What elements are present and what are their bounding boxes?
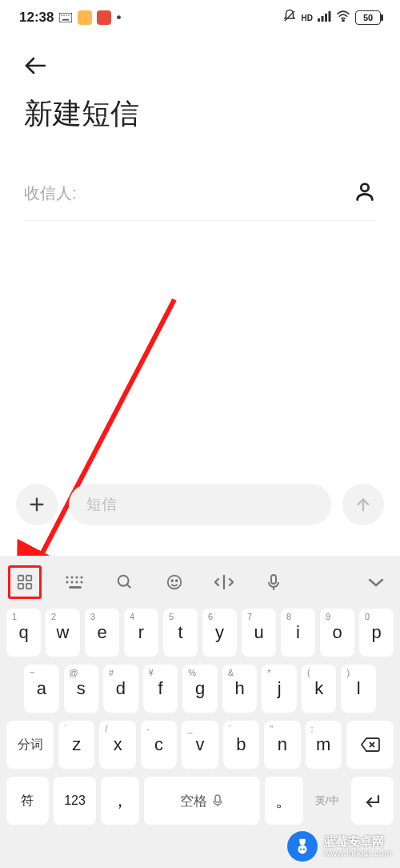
- mute-icon: [282, 9, 297, 27]
- voice-button[interactable]: [258, 566, 290, 598]
- key-space[interactable]: 空格: [144, 777, 260, 825]
- app-icon-weibo: [78, 10, 92, 25]
- key-enter[interactable]: [351, 777, 394, 825]
- key-d[interactable]: #d: [103, 665, 138, 713]
- wifi-icon: [336, 10, 350, 26]
- key-l[interactable]: )l: [341, 665, 376, 713]
- key-j[interactable]: *j: [262, 665, 297, 713]
- svg-point-11: [342, 20, 344, 22]
- watermark-logo-icon: [287, 831, 318, 862]
- svg-point-34: [171, 580, 173, 581]
- key-language[interactable]: 英/中: [308, 777, 346, 825]
- key-numbers[interactable]: 123: [54, 777, 96, 825]
- watermark: 蓝莓安卓网 www.lmkjst.com: [287, 831, 392, 862]
- compose-bar: 短信: [0, 484, 400, 525]
- keyboard-apps-button[interactable]: [8, 565, 42, 599]
- key-g[interactable]: %g: [182, 665, 218, 713]
- key-comma[interactable]: ，: [101, 777, 139, 825]
- watermark-url: www.lmkjst.com: [324, 848, 392, 858]
- svg-point-25: [80, 576, 82, 578]
- battery-icon: 50: [355, 10, 381, 25]
- signal-icon: [318, 10, 331, 26]
- key-row-1: 1q 2w 3e 4r 5t 6y 7u 8i 9o 0p: [6, 609, 394, 657]
- watermark-title: 蓝莓安卓网: [324, 835, 392, 849]
- key-m[interactable]: :m: [306, 721, 342, 769]
- recipient-row: 收信人:: [24, 166, 376, 221]
- svg-point-44: [300, 848, 302, 850]
- key-backspace[interactable]: [346, 721, 394, 769]
- key-y[interactable]: 6y: [202, 609, 237, 657]
- svg-rect-30: [69, 586, 82, 589]
- svg-point-31: [118, 576, 129, 586]
- svg-point-23: [70, 576, 73, 578]
- message-input[interactable]: 短信: [69, 484, 331, 525]
- send-button[interactable]: [342, 484, 384, 525]
- svg-point-26: [66, 581, 68, 583]
- contact-picker-button[interactable]: [354, 180, 376, 206]
- svg-point-35: [176, 580, 178, 581]
- key-fenci[interactable]: 分词: [6, 721, 54, 769]
- key-b[interactable]: ¨b: [223, 721, 259, 769]
- key-row-4: 符 123 ， 空格 。 英/中: [6, 777, 394, 825]
- key-n[interactable]: "n: [264, 721, 300, 769]
- svg-rect-0: [59, 13, 72, 22]
- key-h[interactable]: &h: [222, 665, 258, 713]
- add-attachment-button[interactable]: [16, 484, 58, 525]
- collapse-keyboard-button[interactable]: [360, 566, 392, 598]
- hd-icon: HD: [302, 14, 313, 22]
- key-u[interactable]: 7u: [242, 609, 276, 657]
- keyboard: 1q 2w 3e 4r 5t 6y 7u 8i 9o 0p ~a @s #d ¥…: [0, 556, 400, 868]
- key-t[interactable]: 5t: [163, 609, 198, 657]
- key-i[interactable]: 8i: [281, 609, 315, 657]
- svg-rect-43: [298, 845, 306, 854]
- keyboard-status-icon: [58, 10, 73, 25]
- svg-point-33: [168, 576, 182, 589]
- key-symbols[interactable]: 符: [6, 777, 49, 825]
- svg-point-1: [62, 14, 63, 16]
- keyboard-toolbar: [0, 556, 400, 609]
- cursor-button[interactable]: [208, 566, 240, 598]
- key-f[interactable]: ¥f: [143, 665, 178, 713]
- svg-rect-8: [322, 16, 324, 22]
- svg-rect-10: [329, 11, 331, 22]
- svg-rect-21: [26, 584, 31, 589]
- back-button[interactable]: [24, 64, 48, 78]
- svg-point-29: [80, 581, 82, 583]
- keyboard-layout-button[interactable]: [59, 566, 91, 598]
- svg-rect-37: [271, 575, 276, 584]
- svg-point-28: [75, 581, 78, 583]
- key-a[interactable]: ~a: [24, 665, 59, 713]
- key-z[interactable]: `z: [58, 721, 94, 769]
- svg-rect-18: [18, 576, 23, 581]
- svg-rect-19: [26, 576, 31, 581]
- key-x[interactable]: /x: [99, 721, 135, 769]
- key-c[interactable]: -c: [141, 721, 177, 769]
- svg-line-32: [127, 585, 131, 589]
- svg-point-3: [66, 14, 68, 16]
- key-e[interactable]: 3e: [85, 609, 119, 657]
- key-k[interactable]: (k: [302, 665, 337, 713]
- svg-point-13: [361, 184, 368, 191]
- svg-point-27: [70, 581, 73, 583]
- search-button[interactable]: [109, 566, 141, 598]
- key-w[interactable]: 2w: [46, 609, 80, 657]
- header-row: [0, 32, 400, 86]
- key-row-2: ~a @s #d ¥f %g &h *j (k )l: [6, 665, 394, 713]
- key-v[interactable]: _v: [182, 721, 218, 769]
- page-title: 新建短信: [0, 86, 400, 166]
- svg-rect-7: [318, 18, 320, 22]
- key-o[interactable]: 9o: [320, 609, 354, 657]
- svg-rect-5: [62, 19, 69, 21]
- svg-point-45: [302, 848, 304, 850]
- svg-rect-9: [325, 14, 327, 22]
- emoji-button[interactable]: [158, 566, 190, 598]
- key-p[interactable]: 0p: [359, 609, 394, 657]
- key-s[interactable]: @s: [64, 665, 99, 713]
- key-r[interactable]: 4r: [124, 609, 158, 657]
- status-right: HD 50: [282, 9, 381, 27]
- svg-rect-20: [18, 584, 23, 589]
- ellipsis-icon: •: [116, 10, 121, 26]
- key-period[interactable]: 。: [265, 777, 303, 825]
- key-q[interactable]: 1q: [6, 609, 41, 657]
- recipient-input[interactable]: 收信人:: [24, 183, 77, 204]
